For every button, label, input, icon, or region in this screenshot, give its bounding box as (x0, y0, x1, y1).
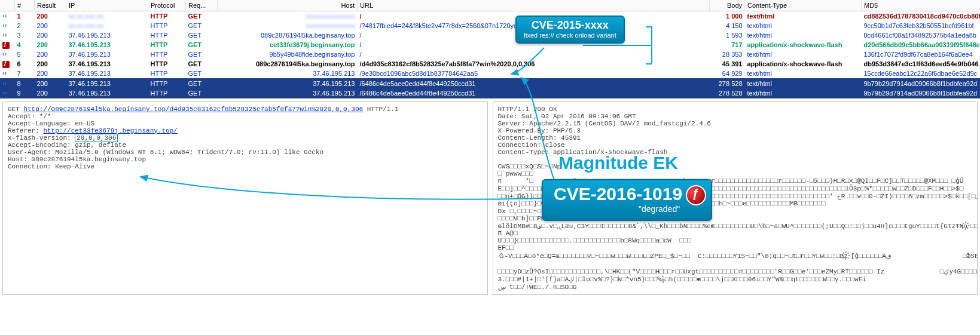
cell-result: 200 (37, 32, 48, 39)
cell-md5: 9cc50b1d7c63feb32b50551bcfd961bf (864, 22, 974, 29)
table-row[interactable]: 520037.46.195.213HTTPGET9b5y49b48fide.be… (0, 50, 980, 59)
col-ip[interactable]: IP (66, 0, 148, 11)
cell-md5: d20d566db09c5bb66aa00319f95f648e (864, 41, 980, 48)
cell-ip: xx.xx.xxx.xx (69, 13, 104, 20)
cell-host: xxxxxxxxxxxxxxx (306, 13, 355, 20)
cell-ct: text/html (747, 13, 775, 20)
cell-n: 8 (17, 80, 21, 87)
col-md5[interactable]: MD5 (862, 0, 981, 11)
col-method[interactable]: Req... (186, 0, 218, 11)
cell-protocol: HTTP (151, 90, 168, 97)
cell-result: 200 (37, 70, 48, 77)
cell-result: 200 (37, 51, 48, 58)
cell-md5: 15ccde66eabc12c22a6f6dbae6e52d9c (864, 70, 978, 77)
cell-host: 089c2876194l5ka.beginsany.top (261, 32, 355, 39)
cell-host: 9b5y49b48fide.beginsany.top (270, 51, 355, 58)
table-row[interactable]: 420037.46.195.213HTTPGETcet33fe3679j.beg… (0, 40, 980, 50)
cell-n: 5 (17, 51, 21, 58)
session-icon (2, 21, 11, 30)
cell-ip: xx.xx.xxx.xx (69, 22, 104, 29)
cell-method: GET (188, 70, 202, 77)
cell-body: 717 (731, 41, 742, 48)
cell-n: 1 (17, 13, 21, 20)
annotation-magnitude: Magnitude EK (558, 153, 678, 173)
cell-n: 3 (17, 32, 21, 39)
cell-md5: 136f1c7072fd9df67ca8eb164f6a0ee4 (864, 51, 973, 58)
cell-method: GET (188, 80, 202, 87)
cell-ip: 37.46.195.213 (69, 70, 111, 77)
cell-body: 278 528 (719, 90, 743, 97)
flash-version-box: 20,0,0,306 (75, 134, 118, 142)
cell-url: /d4d935c83162cf8b528325e7ab5f8fa7?win%20… (360, 60, 535, 67)
cell-n: 7 (17, 70, 21, 77)
cell-protocol: HTTP (151, 22, 168, 29)
session-icon (2, 69, 11, 78)
session-icon (2, 50, 11, 59)
cell-md5: 9b79b29d7914ad09066b8f1bdbfea92d (864, 80, 978, 87)
cell-protocol: HTTP (151, 13, 168, 20)
cell-method: GET (188, 32, 202, 39)
cell-body: 64 929 (722, 70, 743, 77)
cell-ip: 37.46.195.213 (69, 90, 111, 97)
cell-ip: 37.46.195.213 (69, 32, 111, 39)
col-protocol[interactable]: Protocol (148, 0, 186, 11)
cell-ct: text/html (747, 32, 773, 39)
cell-ip: 37.46.195.213 (69, 41, 111, 48)
cell-protocol: HTTP (151, 51, 168, 58)
annotation-cve2015-title: CVE-2015-xxxx (532, 19, 609, 31)
cell-method: GET (188, 22, 202, 29)
cell-ct: application/x-shockwave-flash (747, 41, 842, 48)
table-header-row[interactable]: # Result IP Protocol Req... Host URL Bod… (0, 0, 980, 11)
cell-url: / (360, 13, 362, 20)
cell-result: 200 (37, 60, 48, 67)
cell-ct: application/x-shockwave-flash (747, 60, 842, 67)
table-row[interactable]: 620037.46.195.213HTTPGET089c2876194l5ka.… (0, 59, 980, 69)
table-row[interactable]: 1200xx.xx.xxx.xxHTTPGETxxxxxxxxxxxxxxx/1… (0, 11, 980, 21)
table-row[interactable]: 2200xx.xx.xxx.xxHTTPGETxxxxxxxxxxxxxxx/?… (0, 21, 980, 30)
table-row[interactable]: 720037.46.195.213HTTPGET37.46.195.213/9e… (0, 69, 980, 78)
cell-protocol: HTTP (151, 32, 168, 39)
cell-host: cet33fe3679j.beginsany.top (270, 41, 355, 48)
cell-protocol: HTTP (151, 60, 168, 67)
col-content-type[interactable]: Content-Type (745, 0, 862, 11)
cell-protocol: HTTP (151, 80, 168, 87)
col-number[interactable]: # (15, 0, 35, 11)
cell-md5: 0cd4661cf08a1f348925375b4a1eda8b (864, 32, 976, 39)
referer-link[interactable]: http://cet33fe3679j.beginsany.top/ (43, 127, 177, 134)
cell-url: / (360, 32, 362, 39)
cell-result: 200 (37, 22, 48, 29)
table-row[interactable]: 920037.46.195.213HTTPGET37.46.195.213/64… (0, 88, 980, 98)
flash-icon (686, 185, 706, 205)
session-table: # Result IP Protocol Req... Host URL Bod… (0, 0, 980, 99)
cell-url: / (360, 41, 362, 48)
cell-result: 200 (37, 13, 48, 20)
col-url[interactable]: URL (358, 0, 710, 11)
annotation-cve2015-sub: fixed res:// check onload variant (524, 32, 616, 39)
cell-url: /6486c4de5aee0edd44f8e449250ccd31 (360, 90, 476, 97)
cell-md5: 9b79b29d7914ad09066b8f1bdbfea92d (864, 90, 978, 97)
table-row[interactable]: 820037.46.195.213HTTPGET37.46.195.213/64… (0, 78, 980, 88)
table-row[interactable]: 320037.46.195.213HTTPGET089c2876194l5ka.… (0, 30, 980, 40)
request-url-link[interactable]: http://089c2876194l5ka.beginsany.top/d4d… (23, 106, 363, 113)
cell-host: xxxxxxxxxxxxxxx (306, 22, 355, 29)
session-icon (2, 31, 11, 39)
request-inspector[interactable]: GET http://089c2876194l5ka.beginsany.top… (2, 102, 488, 295)
cell-ip: 37.46.195.213 (69, 80, 111, 87)
cell-md5: cd882536d1787830418cd9470c0cb80f (864, 13, 981, 20)
cell-host: 089c2876194l5ka.beginsany.top (256, 60, 355, 67)
session-icon (2, 89, 11, 97)
cell-url: /9e30bcd1096abc5d8d1b837784642aa5 (360, 70, 478, 77)
flash-icon (2, 42, 10, 49)
annotation-cve2016-title: CVE-2016-1019 (554, 184, 682, 204)
cell-n: 6 (17, 60, 21, 67)
col-body[interactable]: Body (710, 0, 745, 11)
col-host[interactable]: Host (218, 0, 358, 11)
cell-host: 37.46.195.213 (313, 70, 355, 77)
cell-n: 2 (17, 22, 21, 29)
cell-url: /6486c4de5aee0edd44f8e449250ccd31 (360, 80, 476, 87)
cell-ct: text/html (747, 80, 773, 87)
col-result[interactable]: Result (35, 0, 66, 11)
cell-body: 278 528 (719, 80, 743, 87)
cell-ct: text/html (747, 70, 773, 77)
cell-ct: text/html (747, 90, 773, 97)
